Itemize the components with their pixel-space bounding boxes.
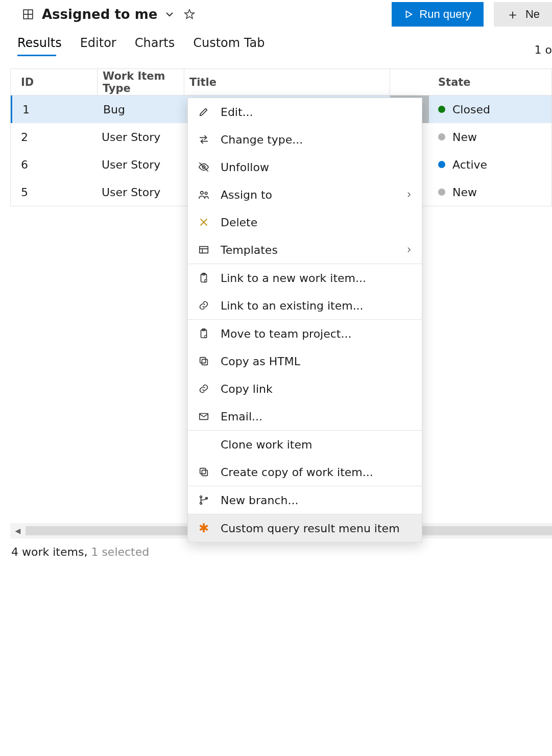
menu-item[interactable]: Create copy of work item... [188, 458, 422, 486]
tab-editor[interactable]: Editor [80, 36, 116, 56]
toolbar: Assigned to me Run query ＋ Ne [0, 0, 552, 29]
col-header-state[interactable]: State [429, 69, 551, 95]
svg-rect-33 [200, 468, 206, 474]
menu-item[interactable]: Templates [188, 236, 422, 264]
svg-point-17 [205, 192, 207, 195]
menu-item-label: Link to a new work item... [221, 272, 366, 285]
menu-item-label: Unfollow [221, 161, 269, 174]
menu-item[interactable]: New branch... [188, 486, 422, 514]
cell-type: Bug [99, 96, 186, 123]
svg-rect-20 [200, 247, 208, 253]
col-header-id[interactable]: ID [11, 69, 98, 95]
menu-item-label: Edit... [221, 106, 253, 119]
link-icon [197, 383, 210, 394]
tab-results[interactable]: Results [17, 36, 62, 56]
edit-icon [197, 106, 210, 117]
run-query-label: Run query [419, 8, 471, 21]
cell-state: Active [429, 151, 551, 178]
menu-item[interactable]: Copy as HTML [188, 347, 422, 375]
cell-state: New [429, 123, 551, 151]
menu-item[interactable]: Change type... [188, 126, 422, 153]
results-count-snippet: 1 o [535, 43, 552, 56]
new-item-button[interactable]: ＋ Ne [494, 2, 552, 27]
svg-point-16 [201, 192, 204, 195]
menu-item-label: Link to an existing item... [221, 299, 364, 312]
menu-item-label: Change type... [221, 133, 303, 146]
state-dot-icon [438, 106, 445, 113]
menu-item[interactable]: Link to a new work item... [188, 264, 422, 292]
col-header-type[interactable]: Work Item Type [98, 69, 184, 95]
menu-item[interactable]: Assign to [188, 181, 422, 208]
state-dot-icon [438, 133, 445, 140]
svg-rect-30 [200, 358, 206, 363]
chevron-right-icon [405, 246, 413, 253]
chevron-right-icon [405, 191, 413, 198]
menu-item[interactable]: Move to team project... [188, 320, 422, 347]
cell-type: User Story [98, 178, 184, 206]
context-menu: Edit... Change type... Unfollow Assign t… [187, 98, 422, 542]
menu-item-label: Email... [221, 410, 262, 423]
tab-custom[interactable]: Custom Tab [193, 36, 265, 56]
results-grid: ID Work Item Type Title State 1 Bug Bug … [10, 68, 552, 206]
query-title[interactable]: Assigned to me [42, 7, 157, 22]
run-query-button[interactable]: Run query [392, 2, 484, 27]
svg-marker-3 [185, 10, 194, 18]
cell-id: 5 [11, 178, 98, 206]
delete-icon [197, 217, 210, 228]
menu-item-label: New branch... [221, 494, 298, 507]
people-icon [197, 189, 210, 200]
state-dot-icon [438, 188, 445, 196]
menu-item[interactable]: Copy link [188, 375, 422, 403]
move-icon [197, 328, 210, 339]
menu-item-label: Templates [221, 244, 278, 256]
menu-item-label: Clone work item [221, 438, 312, 451]
menu-item-label: Move to team project... [221, 327, 351, 340]
status-selected: 1 selected [91, 546, 149, 558]
mail-icon [197, 411, 210, 422]
favorite-star-icon[interactable] [184, 9, 195, 20]
asterisk-icon: ✱ [197, 521, 210, 535]
unfollow-icon [197, 161, 210, 173]
menu-item[interactable]: Unfollow [188, 153, 422, 181]
tab-charts[interactable]: Charts [135, 36, 175, 56]
new-item-label: Ne [525, 8, 540, 21]
branch-icon [197, 494, 210, 506]
menu-item-label: Copy as HTML [221, 355, 300, 368]
grid-header: ID Work Item Type Title State [11, 69, 551, 96]
cell-type: User Story [98, 151, 184, 178]
cell-type: User Story [98, 123, 184, 151]
swap-icon [197, 134, 210, 145]
menu-item[interactable]: Link to an existing item... [188, 292, 422, 319]
scroll-left-icon[interactable]: ◀ [10, 527, 26, 535]
menu-item-label: Custom query result menu item [221, 522, 400, 535]
menu-item-label: Assign to [221, 188, 272, 201]
cell-id: 6 [11, 151, 98, 178]
menu-item[interactable]: Clone work item [188, 431, 422, 458]
menu-item[interactable]: Email... [188, 403, 422, 430]
grid-view-icon [22, 9, 34, 20]
cell-id: 2 [11, 123, 98, 151]
menu-item[interactable]: Delete [188, 208, 422, 236]
menu-item-label: Copy link [221, 383, 273, 395]
link-icon [197, 300, 210, 311]
clipboard-icon [197, 272, 210, 284]
menu-item[interactable]: ✱ Custom query result menu item [188, 514, 422, 542]
col-header-actions [390, 69, 429, 95]
cell-state: Closed [429, 96, 551, 123]
chevron-down-icon[interactable] [164, 9, 175, 19]
svg-marker-4 [406, 11, 412, 18]
status-count: 4 work items, [11, 546, 87, 558]
svg-rect-32 [202, 470, 207, 476]
menu-item-label: Delete [221, 216, 257, 229]
state-dot-icon [438, 161, 445, 168]
menu-item-label: Create copy of work item... [221, 466, 373, 479]
cell-id: 1 [12, 96, 99, 123]
copy-icon [197, 356, 210, 367]
tabs-bar: Results Editor Charts Custom Tab 1 o [0, 29, 552, 56]
copy-icon [197, 466, 210, 478]
menu-item[interactable]: Edit... [188, 98, 422, 126]
templates-icon [197, 244, 210, 255]
col-header-title[interactable]: Title [184, 69, 390, 95]
cell-state: New [429, 178, 551, 206]
plus-icon: ＋ [506, 6, 519, 23]
